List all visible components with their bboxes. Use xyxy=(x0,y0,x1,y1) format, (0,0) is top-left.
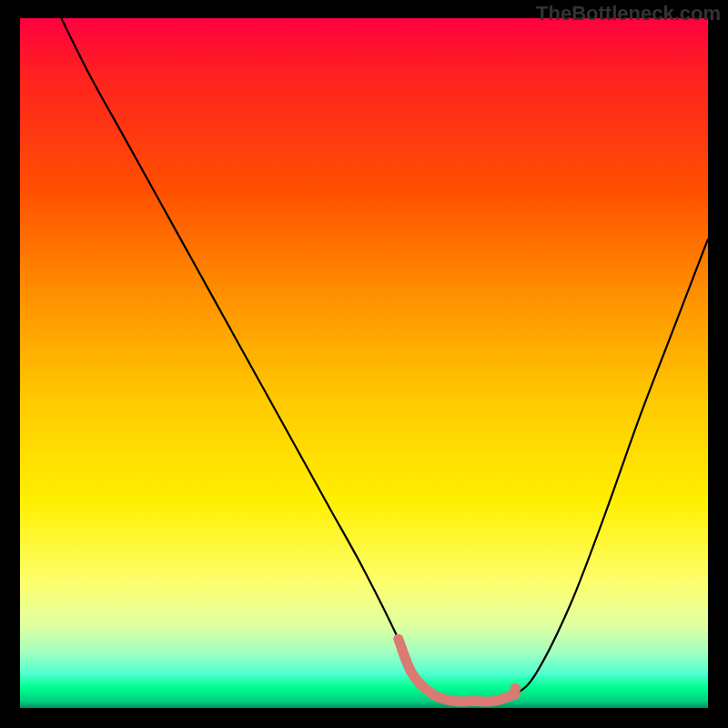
bottleneck-curve-line xyxy=(61,18,708,702)
bottleneck-chart xyxy=(20,18,708,708)
watermark-text: TheBottleneck.com xyxy=(536,2,721,25)
optimal-region-curve xyxy=(399,639,516,702)
chart-svg xyxy=(20,18,708,708)
optimal-endpoint-marker xyxy=(510,683,521,694)
